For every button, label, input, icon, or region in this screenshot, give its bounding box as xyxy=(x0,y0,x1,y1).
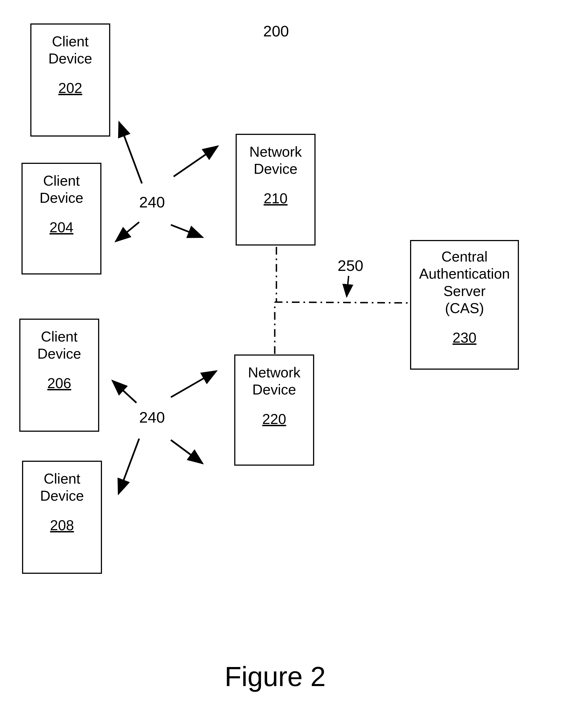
arrow-upper-up-right xyxy=(174,146,218,177)
network-210-label1: Network xyxy=(249,143,302,160)
client-202-ref: 202 xyxy=(59,80,82,96)
figure-ref-number: 200 xyxy=(263,22,289,40)
arrow-upper-right xyxy=(171,225,203,237)
client-208-ref: 208 xyxy=(50,517,74,534)
client-204-label2: Device xyxy=(40,189,84,206)
client-204-ref: 204 xyxy=(49,219,74,236)
wireless-label-lower: 240 xyxy=(139,408,165,426)
cas-ref: 230 xyxy=(453,330,476,346)
box-cas-230: Central Authentication Server (CAS) 230 xyxy=(410,240,519,370)
box-client-208: Client Device 208 xyxy=(22,461,102,574)
network-220-ref: 220 xyxy=(262,411,286,427)
wired-label: 250 xyxy=(338,257,363,274)
client-202-label2: Device xyxy=(48,50,92,67)
arrow-lower-up-left xyxy=(112,381,136,403)
cas-label4: (CAS) xyxy=(445,299,484,317)
arrow-lower-up-right xyxy=(171,371,216,397)
client-206-ref: 206 xyxy=(47,375,72,391)
arrow-250-pointer xyxy=(347,276,349,296)
box-client-204: Client Device 204 xyxy=(21,163,101,274)
network-220-label1: Network xyxy=(248,364,301,381)
arrow-lower-down-left xyxy=(118,439,139,494)
cas-label1: Central xyxy=(442,248,488,265)
client-202-label1: Client xyxy=(52,33,89,50)
arrow-upper-up-left xyxy=(119,122,142,183)
client-206-label2: Device xyxy=(37,345,81,362)
box-client-202: Client Device 202 xyxy=(30,23,110,136)
wireless-label-upper: 240 xyxy=(139,193,165,211)
cas-label3: Server xyxy=(443,282,485,299)
network-210-ref: 210 xyxy=(264,190,288,207)
client-208-label1: Client xyxy=(44,470,81,487)
diagram-container: 200 Client Device 202 Client Device 204 … xyxy=(0,0,571,728)
box-network-220: Network Device 220 xyxy=(234,355,314,466)
cas-label2: Authentication xyxy=(419,265,510,282)
figure-caption: Figure 2 xyxy=(225,661,326,693)
arrow-lower-down-right xyxy=(171,440,203,463)
network-220-label2: Device xyxy=(252,381,296,398)
network-210-label2: Device xyxy=(254,160,298,177)
arrow-upper-down-left xyxy=(116,222,139,241)
dashed-line-horizontal xyxy=(275,302,409,303)
client-204-label1: Client xyxy=(43,172,80,189)
box-network-210: Network Device 210 xyxy=(236,134,316,246)
client-208-label2: Device xyxy=(40,487,84,504)
box-client-206: Client Device 206 xyxy=(19,318,99,432)
client-206-label1: Client xyxy=(41,328,78,345)
